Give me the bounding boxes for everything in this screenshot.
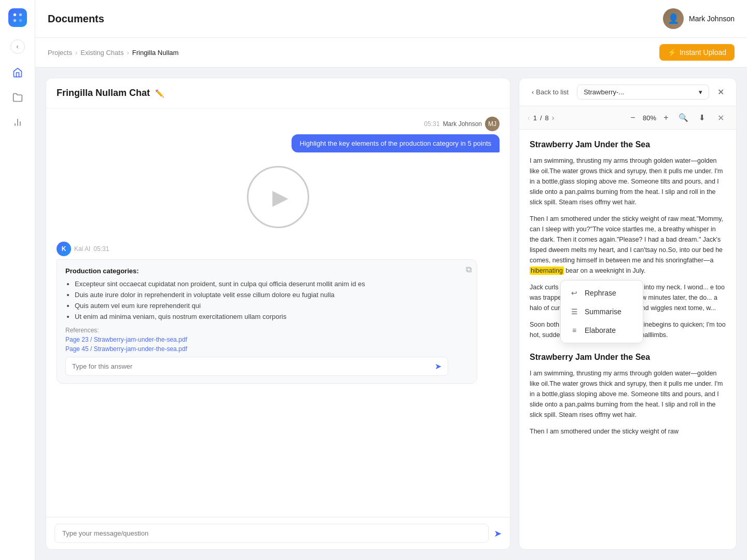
doc-paragraph-2-1: I am swimming, thrusting my arms through…: [530, 368, 726, 420]
user-name: Mark Johnson: [689, 15, 735, 23]
sidebar-collapse-button[interactable]: ‹: [10, 39, 25, 54]
user-info: 👤 Mark Johnson: [663, 8, 735, 29]
answer-send-button[interactable]: ➤: [435, 361, 441, 371]
breadcrumb-sep-2: ›: [127, 49, 129, 57]
zoom-out-button[interactable]: −: [627, 112, 639, 123]
user-message-bubble: Highlight the key elements of the produc…: [292, 134, 500, 152]
breadcrumb-current: Fringilla Nullam: [132, 49, 179, 57]
list-item: Ut enim ad minima veniam, quis nostrum e…: [75, 313, 468, 320]
ai-sender-name: Kal AI: [74, 245, 90, 253]
main-message-input[interactable]: [54, 524, 489, 543]
prev-page-button[interactable]: ‹: [528, 114, 530, 122]
list-item: Excepteur sint occaecat cupidatat non pr…: [75, 280, 468, 288]
context-menu: ↩ Rephrase ☰ Summarise ≡ Elaborate: [560, 280, 643, 343]
video-play-button[interactable]: ▶: [247, 166, 309, 228]
user-avatar-small: MJ: [485, 117, 500, 131]
doc-dropdown-text: Strawberry-...: [584, 88, 624, 96]
doc-dropdown[interactable]: Strawberry-... ▾: [577, 85, 709, 100]
user-message-time: 05:31: [424, 120, 440, 128]
back-label: Back to list: [536, 88, 569, 96]
page-navigation: ‹ 1 / 8 ›: [528, 114, 554, 122]
sidebar-item-analytics[interactable]: [7, 112, 28, 133]
context-menu-rephrase[interactable]: ↩ Rephrase: [561, 284, 643, 302]
search-doc-button[interactable]: 🔍: [676, 110, 690, 125]
breadcrumb: Projects › Existing Chats › Fringilla Nu…: [48, 49, 178, 57]
doc-page-2: Strawberry Jam Under the Sea I am swimmi…: [530, 353, 726, 437]
sidebar-item-home[interactable]: [7, 62, 28, 83]
back-to-list-button[interactable]: ‹ Back to list: [528, 86, 573, 98]
reference-link-2[interactable]: Page 45 / Strawberry-jam-under-the-sea.p…: [65, 345, 468, 353]
rephrase-label: Rephrase: [585, 289, 616, 297]
context-menu-elaborate[interactable]: ≡ Elaborate: [561, 321, 643, 340]
user-message-sender: Mark Johnson: [443, 120, 482, 128]
lightning-icon: ⚡: [668, 48, 676, 57]
user-message-row: 05:31 Mark Johnson MJ Highlight the key …: [57, 117, 500, 152]
ai-message-time: 05:31: [93, 245, 109, 253]
highlighted-word: hibernating: [530, 267, 564, 275]
app-logo: [8, 8, 27, 27]
zoom-controls: − 80% +: [627, 112, 672, 123]
play-icon: ▶: [272, 185, 288, 209]
page-current: 1: [533, 114, 537, 122]
chat-header: Fringilla Nullam Chat ✏️: [46, 78, 510, 108]
sidebar-item-folder[interactable]: [7, 87, 28, 108]
rephrase-icon: ↩: [569, 289, 579, 297]
copy-button[interactable]: ⧉: [466, 265, 472, 274]
main-send-button[interactable]: ➤: [494, 528, 502, 539]
sidebar: ‹: [0, 0, 35, 560]
context-menu-summarise[interactable]: ☰ Summarise: [561, 302, 643, 321]
zoom-in-button[interactable]: +: [660, 112, 672, 123]
doc-panel-close-button[interactable]: ✕: [713, 85, 728, 100]
download-doc-button[interactable]: ⬇: [695, 110, 709, 125]
page-separator: /: [540, 114, 542, 122]
ai-message-meta: K Kal AI 05:31: [57, 242, 500, 256]
svg-point-2: [13, 19, 16, 22]
ai-message-row: K Kal AI 05:31 ⧉ Production categories: …: [57, 242, 500, 384]
chat-panel: Fringilla Nullam Chat ✏️ 05:31 Mark John…: [46, 78, 510, 550]
elaborate-icon: ≡: [569, 326, 579, 334]
zoom-level: 80%: [643, 114, 656, 122]
user-message-text: Highlight the key elements of the produc…: [300, 139, 491, 147]
page-title: Documents: [48, 13, 104, 25]
summarise-icon: ☰: [569, 307, 579, 316]
edit-icon[interactable]: ✏️: [155, 89, 164, 97]
breadcrumb-existing-chats[interactable]: Existing Chats: [80, 49, 123, 57]
top-header: Documents 👤 Mark Johnson: [35, 0, 747, 38]
chevron-down-icon: ▾: [699, 88, 702, 96]
answer-input[interactable]: [72, 362, 435, 370]
doc-paragraph-2-2: Then I am smothered under the sticky wei…: [530, 426, 726, 437]
main-content: Documents 👤 Mark Johnson Projects › Exis…: [35, 0, 747, 560]
breadcrumb-bar: Projects › Existing Chats › Fringilla Nu…: [35, 38, 747, 67]
summarise-label: Summarise: [585, 307, 621, 316]
back-arrow-icon: ‹: [532, 88, 534, 96]
chat-messages: 05:31 Mark Johnson MJ Highlight the key …: [46, 108, 510, 517]
ai-avatar: K: [57, 242, 71, 256]
doc-panel-header: ‹ Back to list Strawberry-... ▾ ✕: [519, 78, 736, 106]
doc-page-title-2: Strawberry Jam Under the Sea: [530, 353, 726, 362]
doc-toolbar: ‹ 1 / 8 › − 80% + 🔍 ⬇ ✕: [519, 106, 736, 130]
list-item: Quis autem vel eum iure reprehenderit qu…: [75, 302, 468, 310]
next-page-button[interactable]: ›: [552, 114, 555, 122]
main-input-wrap: ➤: [46, 517, 510, 549]
doc-page-title-1: Strawberry Jam Under the Sea: [530, 140, 726, 149]
instant-upload-button[interactable]: ⚡ Instant Upload: [659, 44, 735, 61]
svg-point-3: [19, 19, 22, 22]
svg-point-1: [19, 13, 22, 17]
list-item: Duis aute irure dolor in reprehenderit i…: [75, 291, 468, 299]
doc-paragraph-1-2: Then I am smothered under the sticky wei…: [530, 214, 726, 276]
body-area: Fringilla Nullam Chat ✏️ 05:31 Mark John…: [35, 67, 747, 560]
elaborate-label: Elaborate: [585, 326, 616, 334]
breadcrumb-sep-1: ›: [75, 49, 77, 57]
reference-link-1[interactable]: Page 23 / Strawberry-jam-under-the-sea.p…: [65, 336, 468, 343]
page-total: 8: [545, 114, 549, 122]
user-message-meta: 05:31 Mark Johnson MJ: [424, 117, 500, 131]
breadcrumb-projects[interactable]: Projects: [48, 49, 72, 57]
doc-panel: ‹ Back to list Strawberry-... ▾ ✕ ‹ 1 / …: [519, 78, 737, 550]
ai-bullet-list: Excepteur sint occaecat cupidatat non pr…: [65, 280, 468, 320]
ai-bubble-header: Production categories:: [65, 267, 468, 275]
svg-point-0: [13, 13, 16, 17]
answer-input-wrap: ➤: [65, 357, 448, 376]
user-avatar: 👤: [663, 8, 684, 29]
ai-message-bubble: ⧉ Production categories: Excepteur sint …: [57, 259, 477, 384]
toolbar-close-button[interactable]: ✕: [713, 110, 728, 125]
